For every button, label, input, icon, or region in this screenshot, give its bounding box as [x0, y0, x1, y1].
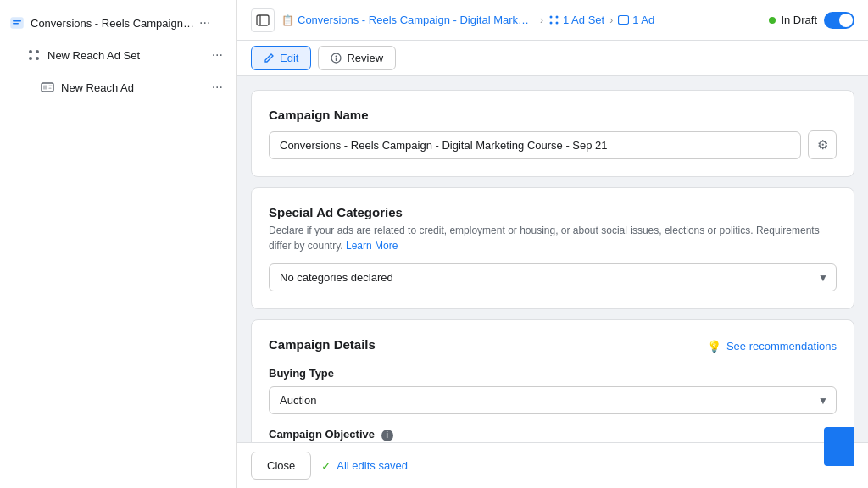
edit-button[interactable]: Edit [251, 46, 311, 70]
breadcrumb-ad[interactable]: 1 Ad [618, 14, 654, 26]
campaign-name-card: Campaign Name ⚙ [251, 90, 854, 177]
special-ad-title: Special Ad Categories [269, 205, 837, 219]
breadcrumb-sep-1: › [540, 14, 543, 26]
status-dot [769, 17, 776, 24]
draft-toggle[interactable] [824, 12, 854, 29]
campaign-name-input[interactable] [269, 131, 801, 159]
breadcrumb-adset[interactable]: 1 Ad Set [548, 14, 604, 26]
sidebar-toggle-icon[interactable] [251, 8, 275, 32]
svg-point-15 [550, 22, 553, 25]
close-label: Close [267, 459, 295, 472]
gear-icon: ⚙ [817, 137, 828, 152]
campaign-icon [10, 16, 24, 30]
svg-point-3 [29, 50, 32, 53]
content-area: Campaign Name ⚙ Special Ad Categories De… [237, 76, 868, 442]
sidebar-campaign-label: Conversions - Reels Campaign - Digita... [31, 17, 196, 30]
breadcrumb: 📋 Conversions - Reels Campaign - Digital… [281, 14, 755, 26]
svg-point-14 [556, 16, 559, 19]
buying-type-label: Buying Type [269, 367, 837, 380]
categories-dropdown[interactable]: No categories declared [269, 263, 837, 291]
status-badge: In Draft [769, 14, 817, 26]
status-label: In Draft [781, 14, 817, 26]
svg-point-16 [556, 22, 559, 25]
objective-info-icon[interactable]: i [381, 430, 393, 441]
breadcrumb-campaign[interactable]: 📋 Conversions - Reels Campaign - Digital… [281, 14, 535, 26]
sidebar-campaign-more[interactable]: ··· [196, 14, 214, 32]
review-button[interactable]: Review [318, 46, 396, 70]
special-ad-desc: Declare if your ads are related to credi… [269, 223, 837, 253]
sidebar-ad-more[interactable]: ··· [209, 78, 226, 97]
svg-point-4 [36, 50, 39, 53]
check-icon: ✓ [321, 459, 331, 473]
edit-label: Edit [280, 52, 298, 64]
special-ad-card: Special Ad Categories Declare if your ad… [251, 187, 854, 309]
sidebar-item-adset[interactable]: New Reach Ad Set ··· [17, 39, 236, 71]
campaign-name-input-row: ⚙ [269, 130, 837, 159]
objective-label: Campaign Objective i [269, 428, 837, 441]
campaign-details-card: Campaign Details 💡 See recommendations B… [251, 319, 854, 442]
campaign-settings-button[interactable]: ⚙ [808, 130, 837, 159]
breadcrumb-campaign-icon: 📋 [281, 14, 294, 26]
action-bar: Edit Review [237, 41, 868, 76]
svg-point-6 [36, 57, 39, 60]
breadcrumb-adset-label: 1 Ad Set [563, 14, 604, 26]
sidebar-adset-more[interactable]: ··· [209, 46, 226, 64]
breadcrumb-sep-2: › [609, 14, 613, 26]
svg-rect-20 [336, 58, 337, 62]
svg-rect-9 [49, 86, 53, 87]
categories-dropdown-wrapper: No categories declared ▼ [269, 263, 837, 291]
sidebar-item-ad[interactable]: New Reach Ad ··· [17, 71, 236, 103]
ad-icon [41, 80, 54, 94]
svg-rect-10 [49, 88, 52, 90]
bottom-bar: Close ✓ All edits saved [237, 442, 868, 488]
saved-label: All edits saved [337, 459, 408, 472]
buying-type-dropdown[interactable]: Auction [269, 386, 837, 414]
see-recommendations-label: See recommendations [726, 340, 837, 352]
svg-point-13 [550, 16, 553, 19]
sidebar-adset-label: New Reach Ad Set [47, 49, 209, 62]
svg-point-5 [29, 57, 32, 60]
see-recommendations-button[interactable]: 💡 See recommendations [707, 340, 837, 353]
campaign-name-title: Campaign Name [269, 108, 837, 122]
campaign-details-title: Campaign Details [269, 337, 376, 352]
sidebar-item-campaign[interactable]: Conversions - Reels Campaign - Digita...… [0, 7, 236, 39]
topbar: 📋 Conversions - Reels Campaign - Digital… [237, 0, 868, 41]
adset-icon [27, 48, 41, 62]
lightbulb-icon: 💡 [707, 340, 721, 353]
close-button[interactable]: Close [251, 452, 311, 480]
breadcrumb-campaign-label: Conversions - Reels Campaign - Digital M… [298, 14, 535, 26]
svg-rect-17 [619, 16, 629, 25]
sidebar-ad-label: New Reach Ad [61, 81, 209, 94]
svg-rect-11 [257, 15, 269, 25]
breadcrumb-ad-label: 1 Ad [632, 14, 654, 26]
main-panel: 📋 Conversions - Reels Campaign - Digital… [237, 0, 868, 488]
sidebar-sub: New Reach Ad Set ··· New Reach Ad ··· [0, 39, 236, 103]
blue-action-button[interactable] [824, 427, 854, 466]
svg-rect-1 [13, 20, 21, 22]
sidebar: Conversions - Reels Campaign - Digita...… [0, 0, 237, 488]
campaign-details-header: Campaign Details 💡 See recommendations [269, 337, 837, 355]
learn-more-link[interactable]: Learn More [346, 240, 398, 252]
saved-message: ✓ All edits saved [321, 459, 408, 473]
svg-rect-8 [43, 86, 47, 90]
svg-rect-2 [13, 23, 19, 25]
buying-type-wrapper: Auction ▼ [269, 386, 837, 414]
review-label: Review [347, 52, 383, 64]
svg-point-19 [336, 56, 337, 58]
